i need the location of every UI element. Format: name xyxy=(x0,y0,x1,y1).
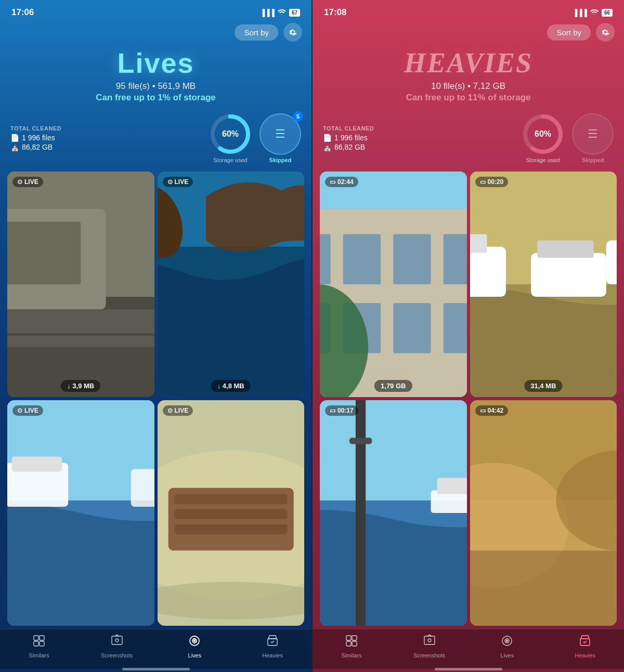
header-left: Lives 95 file(s) • 561,9 MB Can free up … xyxy=(0,44,311,108)
gear-icon-left xyxy=(288,27,298,37)
svg-rect-24 xyxy=(40,636,44,640)
home-bar-left xyxy=(122,668,190,670)
list-icon-left: ☰ xyxy=(275,127,285,141)
heavies-icon-left xyxy=(266,635,279,650)
grid-item-right-3[interactable]: ▭04:42 xyxy=(470,400,617,626)
donut-container-right: 60% Storage used xyxy=(522,113,564,163)
grid-item-right-1[interactable]: ▭00:20 31,4 MB xyxy=(470,172,617,397)
settings-button-right[interactable] xyxy=(596,23,615,42)
nav-similars-label-right: Similars xyxy=(341,652,361,658)
nav-lives-left[interactable]: Lives xyxy=(156,635,234,658)
wifi-icon-right xyxy=(590,9,599,17)
status-icons-left: ▐▐▐ 67 xyxy=(260,9,300,17)
svg-rect-70 xyxy=(352,641,357,646)
nav-lives-label-left: Lives xyxy=(188,652,202,658)
grid-item-left-3[interactable]: ⊙LIVE xyxy=(158,400,305,626)
donut-right: 60% xyxy=(522,113,564,155)
stats-row-right: TOTAL CLEANED 📄 1 996 files ⛪ 86,82 GB 6… xyxy=(313,108,624,166)
skipped-container-right[interactable]: ☰ Skipped xyxy=(572,113,614,163)
signal-icon-right: ▐▐▐ xyxy=(573,9,587,17)
storage-label-right: Storage used xyxy=(526,157,560,163)
size-value-left: ⛪ 86,82 GB xyxy=(10,143,201,151)
nav-heavies-left[interactable]: Heavies xyxy=(233,635,311,658)
free-text-right: Can free up to 11% of storage xyxy=(323,93,614,103)
nav-lives-label-right: Lives xyxy=(501,652,514,658)
svg-rect-44 xyxy=(393,303,431,353)
total-cleaned-label-left: TOTAL CLEANED xyxy=(10,125,201,131)
files-count-right: 📄 1 996 files xyxy=(323,134,514,142)
time-right: 17:08 xyxy=(324,7,346,18)
photo-food1-svg xyxy=(158,400,305,626)
nav-lives-right[interactable]: Lives xyxy=(469,635,547,658)
header-right: HEAVIES 10 file(s) • 7,12 GB Can free up… xyxy=(313,44,624,108)
lives-icon-left xyxy=(188,635,201,650)
nav-heavies-label-right: Heavies xyxy=(575,652,595,658)
svg-rect-25 xyxy=(34,641,38,646)
battery-right: 66 xyxy=(602,9,613,17)
svg-rect-66 xyxy=(470,550,617,626)
signal-icon: ▐▐▐ xyxy=(260,9,275,17)
storage-pct-right: 60% xyxy=(535,129,551,139)
total-cleaned-label-right: TOTAL CLEANED xyxy=(323,125,514,131)
grid-item-right-0[interactable]: ▭02:44 1,79 GB xyxy=(320,172,467,397)
screenshots-icon-right xyxy=(423,635,436,650)
svg-point-75 xyxy=(506,640,508,642)
svg-rect-40 xyxy=(393,234,431,284)
skipped-label-left: Skipped xyxy=(269,157,292,163)
svg-rect-51 xyxy=(470,234,487,253)
grid-item-left-2[interactable]: ⊙LIVE xyxy=(7,400,154,626)
list-icon-right: ☰ xyxy=(588,127,598,141)
nav-similars-left[interactable]: Similars xyxy=(0,635,78,658)
grid-tag-right-3: ▭04:42 xyxy=(475,405,509,416)
settings-button-left[interactable] xyxy=(283,23,302,42)
grid-tag-left-0: ⊙LIVE xyxy=(12,177,43,187)
nav-similars-right[interactable]: Similars xyxy=(313,635,391,658)
grid-tag-right-1: ▭00:20 xyxy=(475,177,509,187)
nav-heavies-right[interactable]: Heavies xyxy=(546,635,624,658)
svg-point-72 xyxy=(428,639,431,642)
storage-label-left: Storage used xyxy=(213,157,247,163)
gear-icon-right xyxy=(600,27,610,37)
status-bar-left: 17:06 ▐▐▐ 67 xyxy=(0,0,311,20)
svg-rect-58 xyxy=(356,400,366,626)
sort-button-right[interactable]: Sort by xyxy=(547,24,591,41)
svg-rect-39 xyxy=(343,234,381,284)
bottom-nav-left: Similars Screenshots Lives xyxy=(0,629,311,669)
svg-rect-21 xyxy=(174,524,287,534)
top-bar-left: Sort by xyxy=(0,20,311,44)
svg-rect-67 xyxy=(346,636,351,640)
nav-screenshots-label-left: Screenshots xyxy=(101,652,133,658)
nav-screenshots-right[interactable]: Screenshots xyxy=(391,635,469,658)
right-phone: 17:08 ▐▐▐ 66 Sort by HEAVIES 10 file(s) … xyxy=(313,0,624,672)
grid-size-left-0: ↓ 3,9 MB xyxy=(61,380,100,392)
svg-rect-41 xyxy=(444,234,467,284)
sort-button-left[interactable]: Sort by xyxy=(235,24,278,41)
grid-item-left-1[interactable]: ⊙LIVE ↓ 4,8 MB xyxy=(158,172,305,397)
grid-item-right-2[interactable]: ▭00:17 xyxy=(320,400,467,626)
subtitle-left: 95 file(s) • 561,9 MB xyxy=(10,81,301,91)
svg-point-28 xyxy=(115,639,119,642)
svg-point-31 xyxy=(194,640,196,642)
photo-sea2-svg xyxy=(320,400,467,626)
size-value-right: ⛪ 86,82 GB xyxy=(323,143,514,151)
grid-tag-left-2: ⊙LIVE xyxy=(12,405,43,416)
free-text-left: Can free up to 1% of storage xyxy=(10,93,301,103)
time-left: 17:06 xyxy=(11,7,34,18)
photo-sea1-svg xyxy=(7,400,154,626)
svg-rect-50 xyxy=(470,247,506,297)
svg-rect-20 xyxy=(174,509,287,519)
svg-rect-54 xyxy=(537,241,594,258)
heavies-icon-right xyxy=(579,635,591,650)
skipped-container-left[interactable]: ☰ 5 Skipped xyxy=(259,113,301,163)
donut-left: 60% xyxy=(210,113,251,155)
storage-pct-left: 60% xyxy=(222,129,239,139)
photo-ocean1-svg xyxy=(158,172,305,397)
svg-rect-15 xyxy=(131,469,154,507)
grid-item-left-0[interactable]: ⊙LIVE ↓ 3,9 MB xyxy=(7,172,154,397)
screenshots-icon-left xyxy=(111,635,123,650)
svg-rect-53 xyxy=(531,253,606,297)
nav-screenshots-left[interactable]: Screenshots xyxy=(78,635,156,658)
photo-marina1-svg xyxy=(470,172,617,397)
nav-similars-label-left: Similars xyxy=(29,652,49,658)
svg-rect-71 xyxy=(424,636,435,644)
